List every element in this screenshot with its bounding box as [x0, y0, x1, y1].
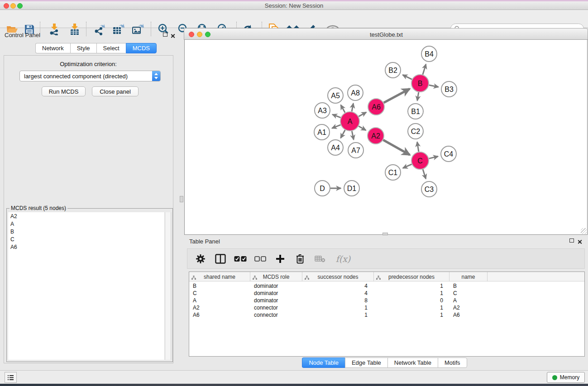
column-header-successor-nodes[interactable]: successor nodes	[302, 272, 374, 281]
node-D[interactable]: D	[315, 181, 330, 196]
node-C2[interactable]: C2	[408, 124, 423, 139]
cell-MCDS-role[interactable]: connector	[254, 311, 302, 319]
edge-C-C3[interactable]	[423, 169, 426, 179]
edge-B-B2[interactable]	[403, 75, 412, 79]
column-header-shared-name[interactable]: shared name	[189, 272, 250, 281]
result-item[interactable]: C	[8, 235, 164, 243]
tab-node-table[interactable]: Node Table	[302, 357, 345, 368]
cell-name[interactable]: A2	[453, 304, 488, 311]
cell-predecessor-nodes[interactable]: 1	[374, 311, 443, 319]
cell-name[interactable]: A6	[453, 311, 488, 319]
node-A8[interactable]: A8	[348, 85, 363, 100]
result-item[interactable]: A	[8, 220, 164, 228]
cell-name[interactable]: C	[453, 290, 488, 297]
cell-successor-nodes[interactable]: 4	[302, 290, 368, 297]
result-item[interactable]: B	[8, 228, 164, 235]
close-table-panel-icon[interactable]	[577, 238, 582, 246]
node-B[interactable]: B	[411, 75, 429, 92]
node-C1[interactable]: C1	[385, 165, 401, 180]
column-header-predecessor-nodes[interactable]: predecessor nodes	[374, 272, 449, 281]
vertical-split-handle[interactable]	[180, 196, 183, 202]
resize-handle-icon[interactable]	[581, 228, 587, 234]
close-panel-button[interactable]: Close panel	[92, 86, 139, 96]
export-network-icon[interactable]	[92, 23, 107, 36]
cell-shared-name[interactable]: B	[193, 282, 250, 290]
cell-shared-name[interactable]: A	[193, 297, 250, 304]
result-item[interactable]: A2	[8, 212, 164, 220]
split-panel-icon[interactable]	[214, 252, 227, 266]
node-C[interactable]: C	[411, 152, 429, 169]
import-table-icon[interactable]	[67, 23, 82, 36]
cell-name[interactable]: B	[453, 282, 488, 290]
memory-button[interactable]: Memory	[547, 372, 585, 383]
cell-MCDS-role[interactable]: dominator	[254, 290, 302, 297]
cell-predecessor-nodes[interactable]: 1	[374, 290, 443, 297]
function-builder-icon[interactable]: f(x)	[333, 252, 353, 266]
cell-successor-nodes[interactable]: 8	[302, 297, 368, 304]
cell-predecessor-nodes[interactable]: 1	[374, 282, 443, 290]
node-B4[interactable]: B4	[421, 46, 437, 62]
edge-C-C4[interactable]	[429, 157, 438, 159]
column-header-name[interactable]: name	[449, 272, 488, 281]
node-B2[interactable]: B2	[385, 62, 401, 78]
edge-B-B3[interactable]	[429, 85, 439, 87]
node-A1[interactable]: A1	[314, 124, 330, 140]
task-history-button[interactable]	[5, 372, 17, 383]
edge-A-A7[interactable]	[352, 131, 354, 140]
close-panel-icon[interactable]	[170, 32, 175, 40]
edge-A6-B[interactable]	[384, 89, 410, 103]
edge-C-C2[interactable]	[417, 142, 419, 152]
run-mcds-button[interactable]: Run MCDS	[42, 86, 86, 96]
cell-predecessor-nodes[interactable]: 1	[374, 304, 443, 311]
edge-A2-C[interactable]	[383, 140, 410, 155]
result-item[interactable]: A6	[8, 243, 164, 251]
edge-A-A3[interactable]	[332, 114, 340, 118]
cell-shared-name[interactable]: A2	[193, 304, 250, 311]
cell-name[interactable]: A	[453, 297, 488, 304]
node-D1[interactable]: D1	[344, 181, 359, 196]
export-image-icon[interactable]	[130, 23, 146, 36]
edge-B-B4[interactable]	[423, 64, 426, 75]
edge-A-A8[interactable]	[352, 104, 353, 112]
cell-successor-nodes[interactable]: 1	[302, 311, 368, 319]
criterion-dropdown[interactable]: largest connected component (directed)	[19, 71, 161, 81]
cell-shared-name[interactable]: C	[193, 290, 250, 297]
delete-column-icon[interactable]	[293, 252, 307, 266]
node-A4[interactable]: A4	[328, 140, 343, 155]
tab-motifs[interactable]: Motifs	[438, 357, 467, 368]
edge-A-A1[interactable]	[332, 125, 340, 128]
node-C3[interactable]: C3	[421, 181, 437, 197]
float-table-panel-icon[interactable]	[569, 238, 574, 243]
tab-network-table[interactable]: Network Table	[387, 357, 438, 368]
cell-predecessor-nodes[interactable]: 0	[374, 297, 443, 304]
import-network-icon[interactable]	[47, 23, 62, 36]
export-table-icon[interactable]	[111, 23, 126, 36]
mcds-result-list[interactable]: A2ABCA6	[8, 212, 164, 360]
result-scrollbar[interactable]	[165, 212, 171, 360]
deselect-all-checks-icon[interactable]	[253, 252, 267, 266]
tab-mcds[interactable]: MCDS	[126, 43, 157, 53]
edge-A-A4[interactable]	[341, 130, 345, 138]
edge-A-A2[interactable]	[359, 126, 366, 130]
node-A7[interactable]: A7	[348, 143, 363, 158]
tab-select[interactable]: Select	[96, 43, 126, 53]
node-A5[interactable]: A5	[328, 88, 343, 103]
tab-edge-table[interactable]: Edge Table	[345, 357, 387, 368]
cell-shared-name[interactable]: A6	[193, 311, 250, 319]
edge-C-C1[interactable]	[403, 164, 412, 168]
tab-network[interactable]: Network	[35, 43, 70, 53]
node-table[interactable]: shared nameMCDS rolesuccessor nodesprede…	[189, 272, 585, 357]
node-A[interactable]: A	[340, 112, 359, 131]
horizontal-split-handle[interactable]	[382, 233, 388, 235]
settings-icon[interactable]	[194, 252, 207, 266]
column-header-MCDS-role[interactable]: MCDS role	[250, 272, 302, 281]
node-A6[interactable]: A6	[368, 99, 384, 115]
node-B1[interactable]: B1	[408, 104, 423, 119]
edge-A-A5[interactable]	[341, 105, 345, 113]
cell-MCDS-role[interactable]: dominator	[254, 282, 302, 290]
add-column-icon[interactable]	[273, 252, 287, 266]
edge-A-A6[interactable]	[359, 112, 366, 116]
tab-style[interactable]: Style	[70, 43, 96, 53]
node-B3[interactable]: B3	[441, 81, 457, 97]
node-C4[interactable]: C4	[441, 146, 456, 162]
